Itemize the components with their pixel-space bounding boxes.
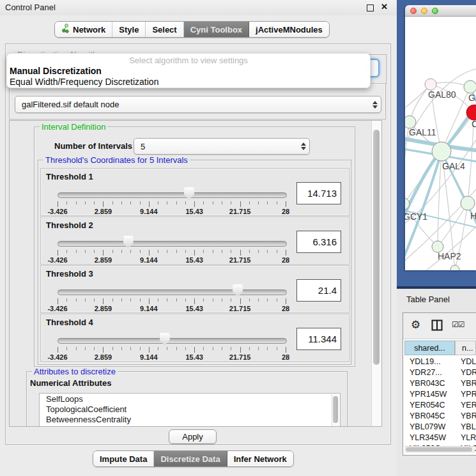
network-window-titlebar[interactable] [405,5,476,17]
slider-thumb[interactable] [233,284,243,297]
attribute-item[interactable]: SelfLoops [40,394,340,404]
tab-label: Network [73,25,105,35]
table-horizontal-scrollbar[interactable] [404,446,475,453]
cell-name: YBL0 [461,422,476,431]
number-of-intervals-combo[interactable]: 5 [134,138,310,155]
attribute-item[interactable]: TopologicalCoefficient [40,404,340,414]
table-row[interactable]: YLR345WYLR3 [404,433,476,444]
cell-name: YDR2 [461,368,476,377]
threshold-value-field[interactable]: 6.316 [296,231,341,253]
tab-label: Impute Data [100,454,147,464]
tab-cyni-toolbox[interactable]: Cyni Toolbox [184,22,249,37]
table-row[interactable]: YBL079WYBL0 [404,422,476,433]
tab-jactivemnodules[interactable]: jActiveMNodules [249,22,329,37]
table-row[interactable]: YER054CYER0 [404,401,476,411]
network-window: GAL80GACGAL11GAL4GCY1HHAP2 [405,5,476,270]
node-label-gal4: GAL4 [442,161,465,171]
tab-label: jActiveMNodules [256,25,323,35]
attributes-group-title: Attributes to discretize [32,367,118,376]
float-window-icon[interactable] [367,4,374,12]
cell-shared-name: YBL079W [410,422,445,431]
cell-shared-name: YDL19... [410,357,441,366]
node-gal11 [405,116,416,128]
table-data-combo[interactable]: galFiltered.sif default node [15,96,381,113]
tab-label: Cyni Toolbox [190,25,242,35]
threshold-label: Threshold 3 [46,269,93,279]
tab-label: Select [152,25,176,35]
slider-track[interactable] [58,192,287,198]
mac-close-icon[interactable] [410,8,417,14]
network-canvas[interactable]: GAL80GACGAL11GAL4GCY1HHAP2 [405,17,476,270]
table-row[interactable]: YDL19...YDL1 [404,357,476,368]
threshold-value-field[interactable]: 14.713 [296,182,341,204]
tab-network[interactable]: Network [55,22,112,37]
tick-label: 9.144 [140,353,158,361]
node-h [461,196,475,210]
numerical-attributes-list[interactable]: SelfLoopsTopologicalCoefficientBetweenne… [39,393,341,427]
slider-thumb[interactable] [160,333,170,346]
cell-shared-name: YBR045C [410,411,445,420]
slider-tick-labels: -3.4262.8599.14415.4321.71528 [58,305,286,312]
table-row[interactable]: YBR045CYBR0 [404,411,476,422]
tab-style[interactable]: Style [112,22,146,37]
combo-spinner-icon [298,142,309,150]
settings-panel-scrollbar[interactable] [371,121,381,426]
network-icon [61,24,69,35]
control-panel-titlebar: Control Panel ✕ [0,0,397,15]
threshold-value-field[interactable]: 11.344 [296,328,341,350]
slider-thumb[interactable] [123,236,134,249]
slider-major-ticks [58,298,286,304]
slider-tick-labels: -3.4262.8599.14415.4321.71528 [58,208,286,215]
table-panel-title: Table Panel [406,295,450,304]
node-table: ⚙ ☑☑ shared... n... YDL19...YDL1YDR27...… [403,312,476,456]
slider-tick-labels: -3.4262.8599.14415.4321.71528 [58,353,286,361]
apply-button[interactable]: Apply [169,429,217,444]
checkboxes-icon[interactable]: ☑☑ [452,320,464,329]
tab-label: Style [119,25,139,35]
attributes-scrollbar-thumb[interactable] [333,396,338,423]
close-icon[interactable]: ✕ [381,2,388,12]
table-row[interactable]: YPR145WYPR1 [404,390,476,401]
slider-track[interactable] [58,241,287,247]
cell-name: YLR3 [461,433,476,442]
cell-name: YPR1 [461,390,476,399]
settings-scrollbar-thumb[interactable] [373,130,380,365]
node-label-hap2: HAP2 [438,251,461,261]
numerical-attributes-label: Numerical Attributes [30,378,111,388]
tab-infer-network[interactable]: Infer Network [227,451,293,466]
gear-icon[interactable]: ⚙ [411,318,420,332]
table-data-group: Table Data galFiltered.sif default node [9,83,386,119]
split-table-icon[interactable] [431,319,443,333]
column-header-name[interactable]: n... [455,341,476,355]
cell-name: YBR0 [461,411,476,420]
slider-thumb[interactable] [184,187,194,200]
tick-label: 28 [282,305,289,312]
slider-track[interactable] [58,289,287,295]
dropdown-option-manual[interactable]: Manual Discretization [7,66,370,77]
mac-minimize-icon[interactable] [421,8,427,14]
tab-discretize-data[interactable]: Discretize Data [154,451,227,466]
slider-track[interactable] [58,338,287,344]
table-row[interactable]: YDR27...YDR2 [404,368,476,379]
mac-zoom-icon[interactable] [432,8,438,14]
threshold-panel-1: Threshold 1-3.4262.8599.14415.4321.71528… [40,168,349,216]
number-of-intervals-label: Number of Intervals [54,141,132,151]
tick-label: 28 [282,353,289,361]
tick-label: 15.43 [185,208,203,215]
tab-impute-data[interactable]: Impute Data [93,451,154,466]
node-label-h: H [470,211,476,221]
tab-select[interactable]: Select [146,22,183,37]
threshold-label: Threshold 1 [46,172,93,181]
table-row[interactable]: YBR043CYBR0 [404,379,476,390]
tick-label: -3.426 [47,353,67,361]
dropdown-option-equal-width[interactable]: Equal Width/Frequency Discretization [7,77,370,87]
screen: Control Panel ✕ NetworkStyleSelectCyni T… [0,0,476,476]
cell-name: YDL1 [461,357,476,366]
column-header-shared[interactable]: shared... [404,341,455,355]
tick-label: -3.426 [47,305,67,312]
attribute-item[interactable]: BetweennessCentrality [40,415,340,424]
threshold-value-field[interactable]: 21.4 [296,279,341,302]
attributes-list-scrollbar[interactable] [332,394,339,427]
hscrollbar-thumb[interactable] [406,447,472,452]
tick-label: 15.43 [185,305,203,312]
